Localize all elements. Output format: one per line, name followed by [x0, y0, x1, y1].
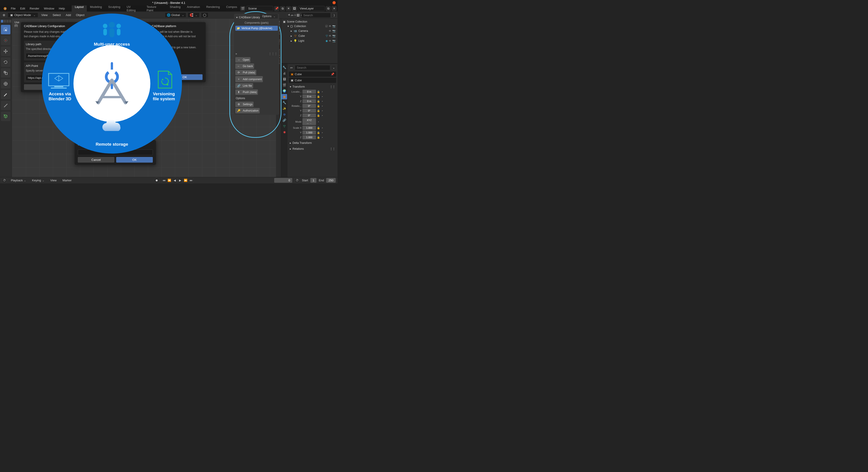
checkbox-icon[interactable]: ☑	[325, 25, 328, 28]
viewlayer-browse-icon[interactable]: 🖼	[292, 6, 297, 11]
scale-x-input[interactable]: 1.000	[303, 126, 316, 130]
relations-header[interactable]: ▸Relations⋮⋮	[289, 146, 336, 152]
header-object[interactable]: Object	[74, 13, 86, 18]
prop-tab-data[interactable]: ▽	[282, 123, 287, 129]
lock-icon[interactable]: 🔓	[317, 126, 320, 130]
outliner-filter-icon[interactable]: 🖼	[296, 13, 301, 18]
editor-type-icon[interactable]: ⊞	[1, 13, 6, 18]
jump-start-icon[interactable]: ⏮	[161, 178, 166, 183]
prop-tab-world[interactable]: 🌍	[282, 88, 287, 94]
viewlayer-copy-icon[interactable]: ⧉	[326, 6, 331, 11]
scene-pin-icon[interactable]: 📌	[274, 6, 279, 11]
scene-name-input[interactable]	[246, 6, 273, 11]
lock-icon[interactable]: 🔓	[317, 94, 320, 98]
prop-tab-particles[interactable]: ✨	[282, 106, 287, 111]
prop-tab-constraints[interactable]: 🔗	[282, 117, 287, 123]
menu-render[interactable]: Render	[27, 6, 41, 11]
tool-add-cube[interactable]	[1, 111, 10, 121]
tool-rotate[interactable]	[1, 57, 10, 67]
end-frame-input[interactable]: 250	[326, 178, 336, 183]
prop-tab-scene[interactable]: 🎬	[282, 82, 287, 88]
timeline-view-menu[interactable]: View	[49, 178, 59, 183]
prop-tab-modifiers[interactable]: 🔧	[282, 100, 287, 105]
scene-copy-icon[interactable]: ⧉	[280, 6, 285, 11]
eye-icon[interactable]: 👁	[329, 25, 331, 28]
tool-move[interactable]	[1, 46, 10, 56]
cadbase-back-button[interactable]: ←Go back	[235, 63, 254, 69]
proportional-edit-toggle[interactable]: ◯	[201, 12, 209, 18]
transform-section-header[interactable]: ▾Transform⋮⋮	[289, 84, 336, 90]
prop-menu-icon[interactable]: ≔	[289, 65, 294, 70]
play-reverse-icon[interactable]: ◀	[172, 178, 177, 183]
confirm-ok-button[interactable]: OK	[116, 157, 153, 163]
viewlayer-name-input[interactable]	[298, 6, 325, 11]
tool-measure[interactable]	[1, 101, 10, 110]
data-name-field[interactable]: ▣Cube	[289, 78, 336, 83]
outliner-display-mode-icon[interactable]: ≔	[289, 13, 294, 18]
mesh-data-icon[interactable]: ▽	[326, 34, 328, 37]
tool-transform[interactable]	[1, 79, 10, 89]
viewlayer-delete-icon[interactable]: ✕	[332, 6, 337, 11]
snap-dropdown[interactable]: 🧲	[188, 12, 199, 18]
menu-edit[interactable]: Edit	[18, 6, 27, 11]
rotation-mode-dropdown[interactable]: XYZ ...	[303, 118, 316, 125]
lock-icon[interactable]: 🔓	[317, 104, 320, 108]
tool-scale[interactable]	[1, 68, 10, 78]
header-select[interactable]: Select	[51, 13, 63, 18]
cadbase-open-button[interactable]: →Open	[235, 57, 250, 63]
tool-cursor[interactable]	[1, 36, 10, 45]
scene-browse-icon[interactable]: 🎬	[240, 6, 245, 11]
menu-window[interactable]: Window	[41, 6, 57, 11]
orientation-dropdown[interactable]: 🌐Global	[165, 12, 186, 18]
jump-next-key-icon[interactable]: ⏩	[183, 178, 188, 183]
lock-icon[interactable]: 🔓	[317, 109, 320, 113]
playback-menu[interactable]: Playback	[9, 178, 28, 183]
cadbase-link-button[interactable]: 🔗Link file	[235, 83, 253, 89]
lock-icon[interactable]: 🔓	[317, 135, 320, 139]
scene-delete-icon[interactable]: ✕	[286, 6, 291, 11]
eye-icon[interactable]: 👁	[329, 34, 331, 37]
cadbase-auth-button[interactable]: 🔑Authorization	[235, 108, 260, 113]
outliner-filter-toggle-icon[interactable]: ⟩	[332, 13, 337, 18]
header-add[interactable]: Add	[64, 13, 73, 18]
lock-icon[interactable]: 🔓	[317, 131, 320, 135]
cadbase-push-button[interactable]: ⬆Push (data)	[235, 90, 258, 95]
light-data-icon[interactable]: ◉	[326, 39, 328, 42]
tool-annotate[interactable]	[1, 90, 10, 99]
jump-prev-key-icon[interactable]: ⏪	[167, 178, 172, 183]
header-view[interactable]: View	[39, 13, 50, 18]
start-frame-input[interactable]: 1	[310, 178, 316, 183]
prop-tab-material[interactable]: ◉	[282, 129, 287, 135]
outliner-light-row[interactable]: ▸💡Light◉👁📷	[282, 38, 337, 43]
cadbase-pull-button[interactable]: ⟳Pull (data)	[235, 70, 256, 75]
prop-tab-physics[interactable]: ⊚	[282, 111, 287, 117]
outliner-search-input[interactable]	[301, 13, 331, 18]
render-icon[interactable]: 📷	[332, 29, 336, 33]
n-panel-options-dropdown[interactable]: Options	[260, 14, 278, 19]
outliner-camera-row[interactable]: ▸📹Camera👁📷	[282, 29, 337, 33]
prop-tab-viewlayer[interactable]: 🖼	[282, 76, 287, 82]
render-icon[interactable]: 📷	[332, 39, 336, 42]
eye-icon[interactable]: 👁	[329, 39, 331, 42]
render-icon[interactable]: 📷	[332, 25, 336, 28]
scale-z-input[interactable]: 1.000	[303, 135, 316, 139]
marker-menu[interactable]: Marker	[61, 178, 73, 183]
location-x-input[interactable]: 0 m	[303, 90, 316, 94]
menu-file[interactable]: File	[8, 6, 18, 11]
scale-y-input[interactable]: 1.000	[303, 131, 316, 135]
lock-icon[interactable]: 🔓	[317, 90, 320, 94]
play-icon[interactable]: ▶	[178, 178, 183, 183]
scene-collection-row[interactable]: ▣Scene Collection	[282, 20, 337, 24]
render-icon[interactable]: 📷	[332, 34, 336, 37]
tool-select-box[interactable]	[1, 25, 10, 34]
rotation-y-input[interactable]: 0°	[303, 109, 316, 113]
pin-icon[interactable]: 📌	[331, 72, 334, 76]
interaction-mode-dropdown[interactable]: ▣ Object Mode	[8, 12, 38, 18]
collection-row[interactable]: ▾▢Collection☑👁📷	[282, 24, 337, 29]
prop-tab-output[interactable]: 🖨	[282, 70, 287, 76]
prop-tab-object[interactable]: ▣	[282, 94, 287, 99]
cadbase-add-button[interactable]: ＋Add component	[235, 76, 263, 82]
confirm-cancel-button[interactable]: Cancel	[78, 157, 114, 163]
preview-range-icon[interactable]: ⏱	[294, 178, 300, 183]
cadbase-component-item[interactable]: 📁Vertical Pump (@lookme)	[235, 26, 278, 31]
